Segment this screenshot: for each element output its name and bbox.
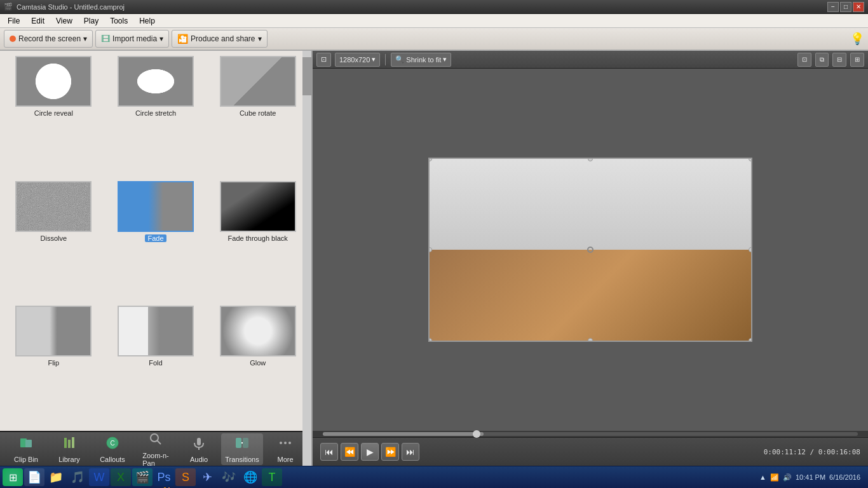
resolution-selector[interactable]: 1280x720 ▾	[335, 53, 380, 67]
record-screen-button[interactable]: Record the screen ▾	[4, 30, 93, 48]
preview-btn-2[interactable]: ⧉	[815, 53, 829, 67]
bottom-toolbar-library[interactable]: Library	[48, 433, 90, 465]
scrubber-progress	[323, 432, 484, 436]
taskbar-tray: ▲ 📶 🔊 10:41 PM 6/16/2016	[754, 473, 865, 482]
preview-btn-1[interactable]: ⊡	[797, 53, 811, 67]
transition-thumb-glow	[220, 306, 296, 356]
app-icon: 🎬	[4, 3, 13, 11]
transition-circle-stretch[interactable]: Circle stretch	[107, 56, 205, 176]
volume-icon: 🔊	[783, 473, 792, 482]
preview-btn-4[interactable]: ⊞	[850, 53, 864, 67]
taskbar-app-itunes[interactable]: 🎶	[219, 468, 239, 486]
taskbar-app-word[interactable]: 📄	[24, 468, 44, 486]
handle-br[interactable]	[749, 338, 752, 342]
scroll-thumb[interactable]	[302, 57, 311, 95]
handle-tr[interactable]	[749, 158, 752, 161]
left-panel: Circle revealCircle stretchCube rotateDi…	[0, 51, 313, 466]
taskbar-app-explorer[interactable]: 📁	[46, 468, 66, 486]
taskbar-app-photoshop[interactable]: Ps	[154, 468, 174, 486]
taskbar-app-media[interactable]: 🎵	[67, 468, 88, 486]
menu-item-tools[interactable]: Tools	[105, 15, 133, 27]
close-button[interactable]: ✕	[853, 2, 864, 12]
taskbar-app-word2[interactable]: W	[89, 468, 109, 486]
menubar: FileEditViewPlayToolsHelp	[0, 14, 868, 28]
taskbar: ⊞ 📄 📁 🎵 W X 🎬 Ps S ✈ 🎶 🌐 T ▲ 📶 🔊 10:41 P…	[0, 466, 868, 488]
transition-label-fade-through-black: Fade through black	[228, 234, 288, 242]
svg-rect-2	[64, 438, 67, 448]
maximize-button[interactable]: □	[840, 2, 851, 12]
transition-label-circle-stretch: Circle stretch	[135, 109, 176, 117]
transition-glow[interactable]: Glow	[209, 306, 306, 426]
tray-up-arrow[interactable]: ▲	[759, 473, 766, 481]
taskbar-app-camtasia2[interactable]: T	[262, 468, 282, 486]
svg-rect-9	[197, 438, 201, 445]
taskbar-app-snagit[interactable]: S	[175, 468, 196, 486]
skip-forward-button[interactable]: ⏭	[402, 443, 419, 461]
handle-bc[interactable]	[588, 338, 593, 342]
transition-label-cube-rotate: Cube rotate	[240, 109, 276, 117]
bottom-toolbar-zoom-n-pan[interactable]: Zoom-n-Pan	[135, 433, 177, 465]
preview-resize-btn[interactable]: ⊡	[316, 53, 331, 67]
bottom-toolbar-callouts[interactable]: CCallouts	[92, 433, 133, 465]
menu-item-file[interactable]: File	[3, 15, 25, 27]
scrubber-handle[interactable]	[473, 430, 480, 438]
rewind-button[interactable]: ⏪	[341, 443, 358, 461]
play-button[interactable]: ▶	[361, 443, 379, 461]
scroll-track[interactable]	[302, 51, 311, 466]
transition-thumb-circle-stretch	[118, 56, 194, 107]
transition-flip[interactable]: Flip	[5, 306, 102, 426]
main-toolbar: Record the screen ▾ 🎞 Import media ▾ 🎦 P…	[0, 28, 868, 51]
clip-bin-icon	[18, 435, 34, 454]
menu-item-edit[interactable]: Edit	[26, 15, 50, 27]
bottom-toolbar-clip-bin[interactable]: Clip Bin	[5, 433, 47, 465]
light-bulb-icon: 💡	[850, 32, 864, 46]
produce-label: Produce and share	[191, 34, 255, 43]
handle-mr[interactable]	[749, 247, 752, 252]
transition-fade-through-black[interactable]: Fade through black	[209, 181, 306, 301]
svg-rect-12	[243, 438, 248, 448]
bottom-toolbar: Clip BinLibraryCCalloutsZoom-n-PanAudioT…	[0, 431, 311, 466]
transition-fade[interactable]: Fade	[107, 181, 205, 301]
audio-label: Audio	[190, 456, 208, 463]
skip-back-button[interactable]: ⏮	[320, 443, 338, 461]
produce-share-button[interactable]: 🎦 Produce and share ▾	[172, 30, 267, 48]
taskbar-app-camtasia[interactable]: 🎬	[132, 468, 153, 486]
bottom-toolbar-audio[interactable]: Audio	[178, 433, 220, 465]
import-media-button[interactable]: 🎞 Import media ▾	[95, 30, 169, 48]
produce-icon: 🎦	[177, 34, 188, 44]
handle-bl[interactable]	[428, 338, 432, 342]
playback-buttons: ⏮ ⏪ ▶ ⏩ ⏭	[320, 443, 419, 461]
menu-item-help[interactable]: Help	[134, 15, 160, 27]
transition-thumb-circle-reveal	[15, 56, 92, 107]
fit-label: Shrink to fit	[406, 56, 441, 64]
bottom-toolbar-transitions[interactable]: Transitions	[221, 433, 263, 465]
transition-dissolve[interactable]: Dissolve	[5, 181, 102, 301]
transition-label-fade: Fade	[145, 234, 166, 242]
resize-icon: ⊡	[321, 55, 327, 64]
transition-label-flip: Flip	[48, 359, 59, 367]
minimize-button[interactable]: −	[827, 2, 839, 12]
scrubber-bar[interactable]	[323, 432, 858, 436]
network-icon: 📶	[770, 473, 779, 482]
transition-circle-reveal[interactable]: Circle reveal	[5, 56, 102, 176]
transition-cube-rotate[interactable]: Cube rotate	[209, 56, 306, 176]
taskbar-app-chrome[interactable]: 🌐	[240, 468, 261, 486]
handle-center[interactable]	[587, 247, 593, 253]
menu-item-view[interactable]: View	[51, 15, 78, 27]
taskbar-app-excel[interactable]: X	[111, 468, 131, 486]
more-icon	[278, 435, 293, 454]
fast-forward-button[interactable]: ⏩	[381, 443, 399, 461]
transition-fold[interactable]: Fold	[107, 306, 205, 426]
preview-btn-3[interactable]: ⊟	[832, 53, 846, 67]
bottom-toolbar-more[interactable]: More	[264, 433, 306, 465]
taskbar-app-plane[interactable]: ✈	[197, 468, 217, 486]
zoom-n-pan-icon	[148, 431, 163, 451]
transitions-label: Transitions	[225, 456, 259, 463]
fit-selector[interactable]: 🔍 Shrink to fit ▾	[391, 53, 451, 67]
start-button[interactable]: ⊞	[3, 468, 23, 486]
menu-item-play[interactable]: Play	[79, 15, 104, 27]
svg-rect-1	[25, 440, 32, 447]
time-display: 0:00:11:12 / 0:00:16:08	[764, 448, 860, 456]
audio-icon	[191, 435, 207, 454]
right-panel: ⊡ 1280x720 ▾ 🔍 Shrink to fit ▾ ⊡ ⧉ ⊟ ⊞	[313, 51, 868, 466]
